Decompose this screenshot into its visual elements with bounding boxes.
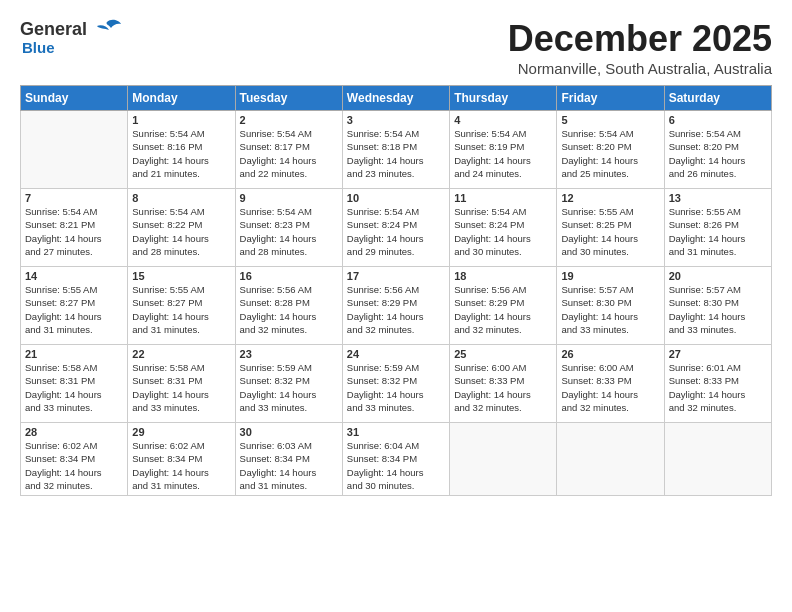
cell-info: Sunset: 8:20 PM xyxy=(561,140,659,153)
cell-info: and 31 minutes. xyxy=(132,323,230,336)
cell-info: Daylight: 14 hours xyxy=(669,154,767,167)
cell-info: Sunset: 8:18 PM xyxy=(347,140,445,153)
day-header-monday: Monday xyxy=(128,86,235,111)
cell-info: Sunset: 8:23 PM xyxy=(240,218,338,231)
cell-info: Sunrise: 5:54 AM xyxy=(347,205,445,218)
cell-info: Sunrise: 5:54 AM xyxy=(454,205,552,218)
calendar-cell: 20Sunrise: 5:57 AMSunset: 8:30 PMDayligh… xyxy=(664,267,771,345)
cell-info: Daylight: 14 hours xyxy=(25,232,123,245)
calendar-cell xyxy=(664,423,771,496)
day-header-thursday: Thursday xyxy=(450,86,557,111)
day-number: 12 xyxy=(561,192,659,204)
cell-info: Daylight: 14 hours xyxy=(25,388,123,401)
cell-info: Daylight: 14 hours xyxy=(240,232,338,245)
calendar-cell: 7Sunrise: 5:54 AMSunset: 8:21 PMDaylight… xyxy=(21,189,128,267)
day-number: 6 xyxy=(669,114,767,126)
cell-info: Daylight: 14 hours xyxy=(25,466,123,479)
cell-info: Daylight: 14 hours xyxy=(454,388,552,401)
cell-info: Daylight: 14 hours xyxy=(454,232,552,245)
cell-info: Sunrise: 5:57 AM xyxy=(669,283,767,296)
cell-info: Sunset: 8:30 PM xyxy=(669,296,767,309)
calendar-cell: 21Sunrise: 5:58 AMSunset: 8:31 PMDayligh… xyxy=(21,345,128,423)
calendar-cell: 1Sunrise: 5:54 AMSunset: 8:16 PMDaylight… xyxy=(128,111,235,189)
calendar-cell: 27Sunrise: 6:01 AMSunset: 8:33 PMDayligh… xyxy=(664,345,771,423)
cell-info: and 32 minutes. xyxy=(561,401,659,414)
cell-info: Sunrise: 6:02 AM xyxy=(25,439,123,452)
cell-info: Sunset: 8:17 PM xyxy=(240,140,338,153)
cell-info: and 25 minutes. xyxy=(561,167,659,180)
cell-info: Sunrise: 5:56 AM xyxy=(240,283,338,296)
cell-info: Daylight: 14 hours xyxy=(240,310,338,323)
cell-info: and 31 minutes. xyxy=(25,323,123,336)
cell-info: Sunrise: 6:00 AM xyxy=(454,361,552,374)
calendar-cell: 4Sunrise: 5:54 AMSunset: 8:19 PMDaylight… xyxy=(450,111,557,189)
day-number: 3 xyxy=(347,114,445,126)
cell-info: Sunset: 8:31 PM xyxy=(132,374,230,387)
calendar-cell: 14Sunrise: 5:55 AMSunset: 8:27 PMDayligh… xyxy=(21,267,128,345)
cell-info: Sunset: 8:27 PM xyxy=(25,296,123,309)
calendar-cell: 31Sunrise: 6:04 AMSunset: 8:34 PMDayligh… xyxy=(342,423,449,496)
cell-info: Sunset: 8:33 PM xyxy=(454,374,552,387)
cell-info: Daylight: 14 hours xyxy=(561,388,659,401)
calendar-cell: 30Sunrise: 6:03 AMSunset: 8:34 PMDayligh… xyxy=(235,423,342,496)
cell-info: Sunset: 8:33 PM xyxy=(561,374,659,387)
cell-info: Daylight: 14 hours xyxy=(347,154,445,167)
week-row-1: 1Sunrise: 5:54 AMSunset: 8:16 PMDaylight… xyxy=(21,111,772,189)
cell-info: Sunset: 8:16 PM xyxy=(132,140,230,153)
cell-info: and 21 minutes. xyxy=(132,167,230,180)
cell-info: Daylight: 14 hours xyxy=(240,388,338,401)
calendar-cell: 28Sunrise: 6:02 AMSunset: 8:34 PMDayligh… xyxy=(21,423,128,496)
day-number: 26 xyxy=(561,348,659,360)
calendar-cell: 16Sunrise: 5:56 AMSunset: 8:28 PMDayligh… xyxy=(235,267,342,345)
cell-info: Sunrise: 5:55 AM xyxy=(669,205,767,218)
logo: General Blue xyxy=(20,18,121,55)
cell-info: and 32 minutes. xyxy=(25,479,123,492)
cell-info: Daylight: 14 hours xyxy=(561,232,659,245)
calendar-cell: 3Sunrise: 5:54 AMSunset: 8:18 PMDaylight… xyxy=(342,111,449,189)
cell-info: and 30 minutes. xyxy=(561,245,659,258)
cell-info: Daylight: 14 hours xyxy=(132,310,230,323)
day-header-sunday: Sunday xyxy=(21,86,128,111)
cell-info: Sunset: 8:25 PM xyxy=(561,218,659,231)
calendar-cell: 24Sunrise: 5:59 AMSunset: 8:32 PMDayligh… xyxy=(342,345,449,423)
day-number: 25 xyxy=(454,348,552,360)
day-number: 31 xyxy=(347,426,445,438)
day-number: 9 xyxy=(240,192,338,204)
day-header-friday: Friday xyxy=(557,86,664,111)
day-number: 20 xyxy=(669,270,767,282)
logo-bird-icon xyxy=(93,18,121,40)
calendar-cell: 23Sunrise: 5:59 AMSunset: 8:32 PMDayligh… xyxy=(235,345,342,423)
cell-info: Daylight: 14 hours xyxy=(669,388,767,401)
cell-info: and 28 minutes. xyxy=(132,245,230,258)
day-number: 17 xyxy=(347,270,445,282)
day-number: 1 xyxy=(132,114,230,126)
cell-info: and 31 minutes. xyxy=(132,479,230,492)
day-number: 5 xyxy=(561,114,659,126)
cell-info: and 31 minutes. xyxy=(669,245,767,258)
cell-info: Sunset: 8:24 PM xyxy=(454,218,552,231)
calendar-cell: 17Sunrise: 5:56 AMSunset: 8:29 PMDayligh… xyxy=(342,267,449,345)
cell-info: Sunset: 8:31 PM xyxy=(25,374,123,387)
cell-info: and 30 minutes. xyxy=(347,479,445,492)
cell-info: Daylight: 14 hours xyxy=(347,310,445,323)
day-number: 2 xyxy=(240,114,338,126)
cell-info: Sunrise: 5:56 AM xyxy=(454,283,552,296)
cell-info: Sunrise: 5:56 AM xyxy=(347,283,445,296)
cell-info: Sunrise: 5:58 AM xyxy=(132,361,230,374)
day-number: 27 xyxy=(669,348,767,360)
cell-info: Sunset: 8:26 PM xyxy=(669,218,767,231)
calendar-cell: 29Sunrise: 6:02 AMSunset: 8:34 PMDayligh… xyxy=(128,423,235,496)
cell-info: Sunset: 8:21 PM xyxy=(25,218,123,231)
week-row-5: 28Sunrise: 6:02 AMSunset: 8:34 PMDayligh… xyxy=(21,423,772,496)
cell-info: and 32 minutes. xyxy=(454,401,552,414)
header-row: SundayMondayTuesdayWednesdayThursdayFrid… xyxy=(21,86,772,111)
cell-info: Daylight: 14 hours xyxy=(561,154,659,167)
cell-info: Daylight: 14 hours xyxy=(240,154,338,167)
day-number: 22 xyxy=(132,348,230,360)
calendar-cell: 12Sunrise: 5:55 AMSunset: 8:25 PMDayligh… xyxy=(557,189,664,267)
day-number: 11 xyxy=(454,192,552,204)
cell-info: Sunrise: 5:55 AM xyxy=(25,283,123,296)
cell-info: Sunrise: 5:54 AM xyxy=(454,127,552,140)
day-number: 8 xyxy=(132,192,230,204)
calendar-cell: 15Sunrise: 5:55 AMSunset: 8:27 PMDayligh… xyxy=(128,267,235,345)
